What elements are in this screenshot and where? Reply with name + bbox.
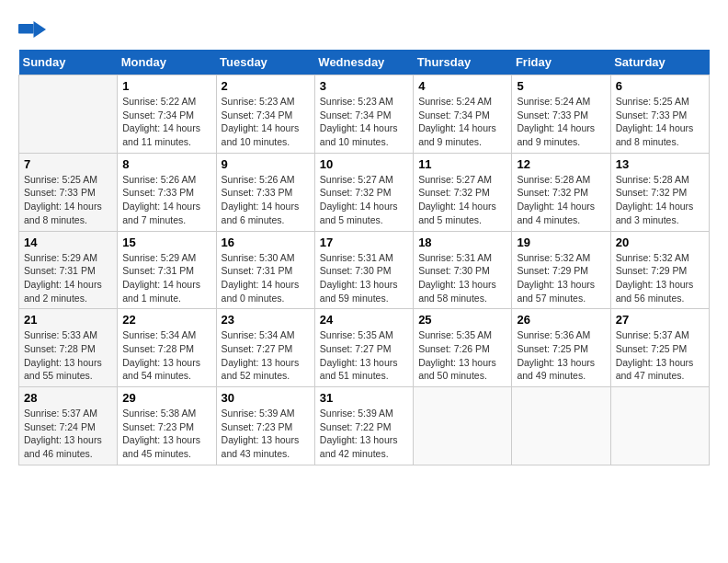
calendar-week-row: 14Sunrise: 5:29 AM Sunset: 7:31 PM Dayli… [19, 231, 710, 309]
calendar-week-row: 7Sunrise: 5:25 AM Sunset: 7:33 PM Daylig… [19, 153, 710, 231]
day-info: Sunrise: 5:37 AM Sunset: 7:25 PM Dayligh… [616, 328, 704, 383]
day-info: Sunrise: 5:32 AM Sunset: 7:29 PM Dayligh… [517, 251, 605, 305]
day-number: 27 [616, 313, 704, 327]
calendar-cell: 25Sunrise: 5:35 AM Sunset: 7:26 PM Dayli… [414, 309, 512, 387]
page-header [18, 18, 710, 40]
calendar-week-row: 21Sunrise: 5:33 AM Sunset: 7:28 PM Dayli… [19, 309, 710, 387]
calendar-cell: 11Sunrise: 5:27 AM Sunset: 7:32 PM Dayli… [414, 153, 512, 231]
day-number: 26 [517, 313, 605, 327]
calendar-cell [512, 387, 610, 465]
calendar-cell: 17Sunrise: 5:31 AM Sunset: 7:30 PM Dayli… [314, 231, 413, 309]
svg-marker-1 [34, 21, 47, 38]
day-info: Sunrise: 5:23 AM Sunset: 7:34 PM Dayligh… [222, 95, 310, 149]
day-number: 7 [24, 157, 112, 171]
day-info: Sunrise: 5:24 AM Sunset: 7:34 PM Dayligh… [418, 95, 506, 149]
day-info: Sunrise: 5:26 AM Sunset: 7:33 PM Dayligh… [122, 173, 210, 227]
day-info: Sunrise: 5:35 AM Sunset: 7:26 PM Dayligh… [418, 328, 506, 383]
calendar-cell: 21Sunrise: 5:33 AM Sunset: 7:28 PM Dayli… [19, 309, 118, 387]
calendar-cell: 10Sunrise: 5:27 AM Sunset: 7:32 PM Dayli… [314, 153, 413, 231]
day-info: Sunrise: 5:36 AM Sunset: 7:25 PM Dayligh… [517, 328, 605, 383]
weekday-header: Saturday [610, 50, 709, 75]
calendar-cell: 18Sunrise: 5:31 AM Sunset: 7:30 PM Dayli… [414, 231, 512, 309]
day-number: 16 [222, 236, 310, 249]
day-info: Sunrise: 5:31 AM Sunset: 7:30 PM Dayligh… [320, 251, 408, 305]
day-number: 9 [222, 157, 310, 171]
day-info: Sunrise: 5:35 AM Sunset: 7:27 PM Dayligh… [320, 328, 408, 383]
calendar-table: SundayMondayTuesdayWednesdayThursdayFrid… [18, 50, 710, 465]
day-number: 30 [222, 391, 310, 405]
day-number: 13 [616, 157, 704, 171]
day-info: Sunrise: 5:24 AM Sunset: 7:33 PM Dayligh… [517, 95, 605, 149]
day-info: Sunrise: 5:29 AM Sunset: 7:31 PM Dayligh… [122, 251, 210, 305]
day-number: 28 [24, 391, 112, 405]
day-info: Sunrise: 5:34 AM Sunset: 7:28 PM Dayligh… [122, 328, 210, 383]
day-number: 31 [320, 391, 408, 405]
calendar-cell [19, 75, 118, 154]
day-info: Sunrise: 5:29 AM Sunset: 7:31 PM Dayligh… [24, 251, 112, 305]
calendar-cell: 12Sunrise: 5:28 AM Sunset: 7:32 PM Dayli… [512, 153, 610, 231]
day-info: Sunrise: 5:34 AM Sunset: 7:27 PM Dayligh… [222, 328, 310, 383]
day-info: Sunrise: 5:37 AM Sunset: 7:24 PM Dayligh… [24, 407, 112, 461]
day-number: 29 [122, 391, 210, 405]
calendar-cell: 28Sunrise: 5:37 AM Sunset: 7:24 PM Dayli… [19, 387, 118, 465]
day-number: 21 [24, 313, 112, 327]
day-number: 25 [418, 313, 506, 327]
calendar-cell: 22Sunrise: 5:34 AM Sunset: 7:28 PM Dayli… [118, 309, 216, 387]
logo [18, 18, 50, 40]
day-info: Sunrise: 5:28 AM Sunset: 7:32 PM Dayligh… [517, 173, 605, 227]
calendar-cell: 4Sunrise: 5:24 AM Sunset: 7:34 PM Daylig… [414, 75, 512, 154]
day-info: Sunrise: 5:27 AM Sunset: 7:32 PM Dayligh… [418, 173, 506, 227]
day-number: 6 [616, 79, 704, 93]
calendar-cell: 13Sunrise: 5:28 AM Sunset: 7:32 PM Dayli… [610, 153, 709, 231]
calendar-cell: 6Sunrise: 5:25 AM Sunset: 7:33 PM Daylig… [610, 75, 709, 154]
calendar-cell: 23Sunrise: 5:34 AM Sunset: 7:27 PM Dayli… [216, 309, 314, 387]
day-number: 4 [418, 79, 506, 93]
calendar-cell: 20Sunrise: 5:32 AM Sunset: 7:29 PM Dayli… [610, 231, 709, 309]
calendar-cell: 3Sunrise: 5:23 AM Sunset: 7:34 PM Daylig… [314, 75, 413, 154]
day-info: Sunrise: 5:28 AM Sunset: 7:32 PM Dayligh… [616, 173, 704, 227]
calendar-cell: 29Sunrise: 5:38 AM Sunset: 7:23 PM Dayli… [118, 387, 216, 465]
day-info: Sunrise: 5:26 AM Sunset: 7:33 PM Dayligh… [222, 173, 310, 227]
calendar-cell: 7Sunrise: 5:25 AM Sunset: 7:33 PM Daylig… [19, 153, 118, 231]
calendar-cell: 30Sunrise: 5:39 AM Sunset: 7:23 PM Dayli… [216, 387, 314, 465]
day-info: Sunrise: 5:25 AM Sunset: 7:33 PM Dayligh… [24, 173, 112, 227]
weekday-header: Friday [512, 50, 610, 75]
day-number: 24 [320, 313, 408, 327]
calendar-week-row: 28Sunrise: 5:37 AM Sunset: 7:24 PM Dayli… [19, 387, 710, 465]
day-number: 23 [222, 313, 310, 327]
calendar-cell: 27Sunrise: 5:37 AM Sunset: 7:25 PM Dayli… [610, 309, 709, 387]
day-number: 10 [320, 157, 408, 171]
day-number: 2 [222, 79, 310, 93]
day-number: 8 [122, 157, 210, 171]
day-number: 11 [418, 157, 506, 171]
day-info: Sunrise: 5:32 AM Sunset: 7:29 PM Dayligh… [616, 251, 704, 305]
calendar-cell: 24Sunrise: 5:35 AM Sunset: 7:27 PM Dayli… [314, 309, 413, 387]
weekday-header: Tuesday [216, 50, 314, 75]
day-number: 20 [616, 236, 704, 249]
day-number: 17 [320, 236, 408, 249]
calendar-cell: 1Sunrise: 5:22 AM Sunset: 7:34 PM Daylig… [118, 75, 216, 154]
calendar-cell [610, 387, 709, 465]
day-info: Sunrise: 5:30 AM Sunset: 7:31 PM Dayligh… [222, 251, 310, 305]
calendar-cell: 9Sunrise: 5:26 AM Sunset: 7:33 PM Daylig… [216, 153, 314, 231]
day-info: Sunrise: 5:39 AM Sunset: 7:23 PM Dayligh… [222, 407, 310, 461]
weekday-header-row: SundayMondayTuesdayWednesdayThursdayFrid… [19, 50, 710, 75]
day-number: 14 [24, 236, 112, 249]
day-info: Sunrise: 5:23 AM Sunset: 7:34 PM Dayligh… [320, 95, 408, 149]
svg-rect-0 [18, 24, 34, 34]
calendar-cell: 5Sunrise: 5:24 AM Sunset: 7:33 PM Daylig… [512, 75, 610, 154]
day-number: 18 [418, 236, 506, 249]
day-info: Sunrise: 5:39 AM Sunset: 7:22 PM Dayligh… [320, 407, 408, 461]
calendar-cell: 8Sunrise: 5:26 AM Sunset: 7:33 PM Daylig… [118, 153, 216, 231]
calendar-cell: 15Sunrise: 5:29 AM Sunset: 7:31 PM Dayli… [118, 231, 216, 309]
weekday-header: Monday [118, 50, 216, 75]
day-info: Sunrise: 5:22 AM Sunset: 7:34 PM Dayligh… [122, 95, 210, 149]
weekday-header: Sunday [19, 50, 118, 75]
day-number: 1 [122, 79, 210, 93]
day-number: 5 [517, 79, 605, 93]
calendar-cell: 26Sunrise: 5:36 AM Sunset: 7:25 PM Dayli… [512, 309, 610, 387]
day-number: 12 [517, 157, 605, 171]
day-number: 3 [320, 79, 408, 93]
day-info: Sunrise: 5:33 AM Sunset: 7:28 PM Dayligh… [24, 328, 112, 383]
calendar-week-row: 1Sunrise: 5:22 AM Sunset: 7:34 PM Daylig… [19, 75, 710, 154]
